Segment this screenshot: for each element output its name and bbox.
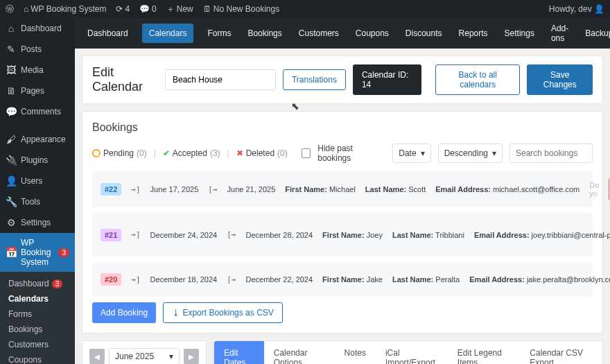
- email: Email Address: jake.peralta@brooklyn.com: [469, 275, 610, 284]
- first-name: First Name: Jake: [322, 275, 383, 284]
- editor-tab[interactable]: Calendar CSV Export: [520, 341, 602, 364]
- bookings-heading: Bookings: [92, 121, 593, 134]
- cal-prev-button[interactable]: ◀: [89, 349, 105, 364]
- sidebar-item[interactable]: ⚙Settings: [0, 212, 75, 233]
- checkin-icon: →]: [131, 185, 140, 194]
- filter-pending[interactable]: Pending (0): [92, 148, 147, 158]
- topnav-item[interactable]: Discounts: [403, 19, 445, 48]
- chevron-down-icon: ▾: [492, 148, 496, 158]
- topnav-item[interactable]: Settings: [502, 19, 537, 48]
- checkin-icon: →]: [131, 230, 140, 239]
- topnav-item[interactable]: Dashboard: [85, 19, 131, 48]
- editor-tab[interactable]: Edit Legend Items: [448, 341, 520, 364]
- booking-id-badge: #22: [101, 183, 121, 196]
- wp-logo-icon[interactable]: ⓦ: [6, 3, 14, 15]
- chevron-down-icon: ▾: [169, 352, 173, 361]
- editor-tab[interactable]: Calendar Options: [264, 341, 335, 364]
- email: Email Address: michael.scott@office.com: [435, 185, 580, 193]
- last-name: Last Name: Peralta: [392, 275, 460, 284]
- new-content[interactable]: ＋New: [166, 3, 193, 15]
- cal-next-button[interactable]: ▶: [184, 349, 199, 364]
- topnav-item[interactable]: Calendars: [142, 24, 194, 43]
- sidebar-item[interactable]: 🖾Media: [0, 60, 75, 80]
- checkin-icon: →]: [131, 275, 140, 284]
- booking-id-badge: #20: [101, 273, 121, 286]
- no-new-bookings[interactable]: 🗓No New Bookings: [203, 4, 279, 14]
- sidebar-item[interactable]: 🗎Pages: [0, 80, 75, 101]
- sidebar-sub-item[interactable]: Customers: [0, 337, 75, 352]
- sidebar-sub-item[interactable]: Coupons: [0, 352, 75, 364]
- sidebar-item[interactable]: 🔧Tools: [0, 191, 75, 212]
- topnav-item[interactable]: Coupons: [353, 19, 392, 48]
- checkout-icon: [→: [227, 230, 236, 239]
- sidebar-sub-item[interactable]: Calendars: [0, 291, 75, 306]
- email: Email Address: joey.tribbiani@central-pe…: [474, 231, 610, 239]
- booking-id-badge: #21: [101, 229, 121, 241]
- add-booking-button[interactable]: Add Booking: [92, 302, 156, 323]
- save-button[interactable]: Save Changes: [527, 64, 593, 95]
- last-name: Last Name: Scott: [365, 185, 426, 193]
- back-button[interactable]: Back to all calendars: [435, 64, 520, 95]
- editor-tab[interactable]: Edit Dates: [214, 341, 264, 364]
- calendar-id-badge: Calendar ID: 14: [353, 64, 421, 95]
- topnav-item[interactable]: Add-ons: [548, 18, 571, 53]
- topnav-item[interactable]: Customers: [296, 19, 342, 48]
- overflow-text: Do yo: [589, 181, 599, 198]
- hide-past-label: Hide past bookings: [317, 144, 385, 163]
- filter-accepted[interactable]: ✔Accepted (3): [163, 148, 220, 158]
- sidebar-item[interactable]: 🖌Appearance: [0, 129, 75, 150]
- site-home[interactable]: ⌂WP Booking System: [24, 4, 106, 14]
- sidebar-item[interactable]: 💬Comments: [0, 101, 75, 122]
- checkout-icon: [→: [227, 275, 236, 284]
- checkin-date: December 18, 2024: [150, 275, 218, 284]
- checkin-date: June 17, 2025: [150, 185, 199, 193]
- filter-deleted[interactable]: ✖Deleted (0): [236, 148, 288, 158]
- admin-sidebar: ⌂Dashboard✎Posts🖾Media🗎Pages💬Comments🖌Ap…: [0, 18, 75, 364]
- booking-row[interactable]: #22 →] June 17, 2025 [→ June 21, 2025 Fi…: [92, 171, 593, 207]
- sidebar-sub-item[interactable]: Bookings: [0, 322, 75, 337]
- sidebar-item[interactable]: 👤Users: [0, 171, 75, 191]
- last-name: Last Name: Tribbiani: [392, 231, 464, 239]
- sidebar-item[interactable]: 🔌Plugins: [0, 150, 75, 171]
- checkin-date: December 24, 2024: [150, 231, 218, 239]
- editor-tab[interactable]: iCal Import/Export: [376, 341, 448, 364]
- hide-past-checkbox[interactable]: [302, 148, 311, 158]
- plugin-top-nav: DashboardCalendarsFormsBookingsCustomers…: [75, 18, 610, 49]
- updates[interactable]: ⟳4: [116, 4, 130, 14]
- booking-row[interactable]: #21 →] December 24, 2024 [→ December 28,…: [92, 213, 593, 257]
- topnav-item[interactable]: Backup/Restore: [582, 19, 610, 48]
- sidebar-sub-item[interactable]: Forms: [0, 306, 75, 322]
- topnav-item[interactable]: Bookings: [245, 19, 284, 48]
- sort-field-select[interactable]: Date▾: [392, 144, 430, 163]
- calendar-name-input[interactable]: [165, 69, 276, 90]
- search-bookings-input[interactable]: [509, 144, 593, 163]
- editor-tab[interactable]: Notes: [335, 341, 376, 364]
- chevron-down-icon: ▾: [421, 148, 425, 158]
- export-bookings-button[interactable]: ⭳ Export Bookings as CSV: [163, 302, 283, 323]
- sidebar-sub-item[interactable]: Dashboard3: [0, 276, 75, 291]
- sort-dir-select[interactable]: Descending▾: [438, 144, 503, 163]
- cal-month-select[interactable]: June 2025▾: [109, 348, 180, 364]
- checkout-date: December 28, 2024: [245, 231, 313, 239]
- topnav-item[interactable]: Reports: [456, 19, 491, 48]
- sidebar-item[interactable]: 📅WP Booking System3: [0, 233, 75, 272]
- checkout-date: June 21, 2025: [227, 185, 276, 193]
- page-title: Edit Calendar: [92, 65, 158, 94]
- booking-row[interactable]: #20 →] December 18, 2024 [→ December 22,…: [92, 262, 593, 297]
- checkout-icon: [→: [208, 185, 217, 194]
- comments-bubble[interactable]: 💬0: [139, 4, 157, 14]
- checkout-date: December 22, 2024: [245, 275, 313, 284]
- first-name: First Name: Michael: [285, 185, 356, 193]
- sidebar-item[interactable]: ⌂Dashboard: [0, 18, 75, 39]
- first-name: First Name: Joey: [322, 231, 383, 239]
- translations-button[interactable]: Translations: [283, 69, 346, 90]
- sidebar-item[interactable]: ✎Posts: [0, 39, 75, 60]
- howdy-user[interactable]: Howdy, dev 👤: [549, 4, 604, 14]
- topnav-item[interactable]: Forms: [204, 19, 234, 48]
